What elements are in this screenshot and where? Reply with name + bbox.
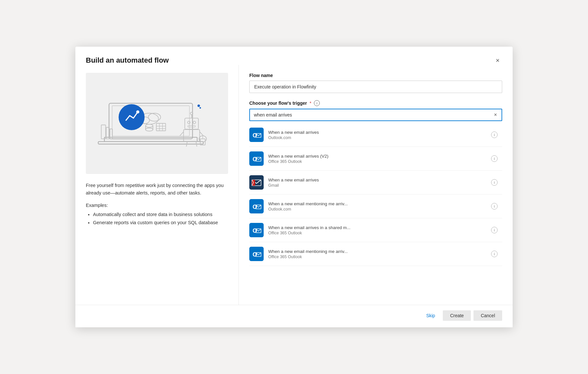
trigger-text-5: When a new email arrives in a shared m..… xyxy=(268,225,485,235)
trigger-text-2: When a new email arrives (V2) Office 365… xyxy=(268,154,485,164)
svg-text:O: O xyxy=(253,251,257,258)
trigger-name-2: When a new email arrives (V2) xyxy=(268,154,485,159)
clear-search-button[interactable]: × xyxy=(493,112,498,118)
trigger-icon-outlook-6: O xyxy=(249,247,264,261)
trigger-item-6[interactable]: O When a new email mentioning me arriv..… xyxy=(249,242,502,266)
trigger-item-3-info-button[interactable]: i xyxy=(489,179,500,186)
trigger-icon-gmail xyxy=(249,175,264,190)
trigger-source-2: Office 365 Outlook xyxy=(268,159,485,164)
trigger-item-1[interactable]: O When a new email arrives Outlook.com i xyxy=(249,123,502,147)
example-item-2: Generate reports via custom queries on y… xyxy=(93,219,228,227)
trigger-icon-outlook-2: O xyxy=(249,151,264,166)
trigger-source-4: Outlook.com xyxy=(268,207,485,211)
trigger-source-6: Office 365 Outlook xyxy=(268,255,485,259)
dialog-header: Build an automated flow × xyxy=(75,47,513,65)
trigger-item-2-info-button[interactable]: i xyxy=(489,155,500,163)
svg-point-35 xyxy=(136,110,139,113)
trigger-icon-outlook-4: O xyxy=(249,199,264,213)
dialog-footer: Skip Create Cancel xyxy=(75,305,513,327)
right-panel: Flow name Choose your flow's trigger * i… xyxy=(239,65,513,305)
trigger-name-5: When a new email arrives in a shared m..… xyxy=(268,225,485,230)
trigger-text-1: When a new email arrives Outlook.com xyxy=(268,130,485,140)
illustration xyxy=(86,73,228,174)
svg-text:O: O xyxy=(253,227,257,234)
trigger-label-row: Choose your flow's trigger * i xyxy=(249,100,502,106)
trigger-item-2[interactable]: O When a new email arrives (V2) Office 3… xyxy=(249,147,502,171)
trigger-source-5: Office 365 Outlook xyxy=(268,231,485,235)
examples-list: Automatically collect and store data in … xyxy=(86,210,228,226)
cancel-button[interactable]: Cancel xyxy=(473,310,502,321)
example-item-1: Automatically collect and store data in … xyxy=(93,210,228,219)
flow-name-input[interactable] xyxy=(249,81,502,93)
trigger-item-4[interactable]: O When a new email mentioning me arriv..… xyxy=(249,195,502,218)
trigger-icon-outlook-1: O xyxy=(249,128,264,142)
trigger-text-6: When a new email mentioning me arriv... … xyxy=(268,249,485,259)
trigger-text-3: When a new email arrives Gmail xyxy=(268,178,485,188)
left-description: Free yourself from repetitive work just … xyxy=(86,182,228,197)
trigger-item-3[interactable]: When a new email arrives Gmail i xyxy=(249,171,502,195)
dialog-title: Build an automated flow xyxy=(86,56,169,65)
trigger-source-1: Outlook.com xyxy=(268,135,485,140)
trigger-name-6: When a new email mentioning me arriv... xyxy=(268,249,485,254)
build-automated-flow-dialog: Build an automated flow × xyxy=(75,47,513,327)
svg-text:O: O xyxy=(253,156,257,163)
trigger-item-4-info-button[interactable]: i xyxy=(489,202,500,210)
close-button[interactable]: × xyxy=(493,56,502,65)
required-star: * xyxy=(310,101,311,106)
trigger-item-6-info-button[interactable]: i xyxy=(489,250,500,258)
trigger-icon-outlook-5: O xyxy=(249,223,264,237)
skip-button[interactable]: Skip xyxy=(421,310,440,321)
search-trigger-row: × xyxy=(249,109,502,121)
trigger-name-3: When a new email arrives xyxy=(268,178,485,182)
left-panel: Free yourself from repetitive work just … xyxy=(75,65,239,305)
dialog-body: Free yourself from repetitive work just … xyxy=(75,65,513,305)
trigger-item-5[interactable]: O When a new email arrives in a shared m… xyxy=(249,218,502,242)
trigger-item-1-info-button[interactable]: i xyxy=(489,131,500,139)
trigger-label: Choose your flow's trigger xyxy=(249,101,307,106)
trigger-info-icon[interactable]: i xyxy=(314,100,320,106)
svg-text:O: O xyxy=(253,132,257,139)
create-button[interactable]: Create xyxy=(443,310,471,321)
trigger-text-4: When a new email mentioning me arriv... … xyxy=(268,201,485,211)
trigger-item-5-info-button[interactable]: i xyxy=(489,226,500,234)
flow-name-label: Flow name xyxy=(249,73,502,78)
search-trigger-input[interactable] xyxy=(254,112,493,117)
examples-title: Examples: xyxy=(86,203,228,208)
trigger-name-4: When a new email mentioning me arriv... xyxy=(268,201,485,206)
svg-point-37 xyxy=(199,107,201,109)
trigger-name-1: When a new email arrives xyxy=(268,130,485,135)
trigger-list: O When a new email arrives Outlook.com i xyxy=(249,123,502,297)
trigger-source-3: Gmail xyxy=(268,183,485,188)
svg-text:O: O xyxy=(253,204,257,210)
svg-point-36 xyxy=(197,104,200,107)
